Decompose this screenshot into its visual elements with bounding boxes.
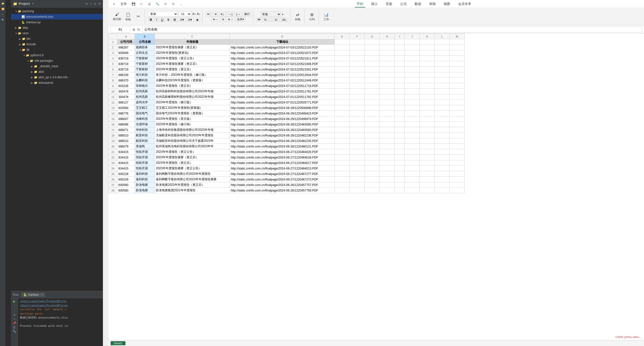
cell-B9[interactable]: 菲林格尔 <box>135 83 155 89</box>
cell-B19[interactable]: 航亚科技 <box>135 138 155 144</box>
cell-K4[interactable] <box>420 56 435 61</box>
cell-I8[interactable] <box>395 78 405 83</box>
cell-G19[interactable] <box>365 138 380 144</box>
cell-G23[interactable] <box>365 160 380 166</box>
cell-H15[interactable] <box>380 116 395 122</box>
cell-J22[interactable] <box>405 155 420 160</box>
cell-G28[interactable] <box>365 188 380 193</box>
cell-B5[interactable]: 宁新新材 <box>135 61 155 67</box>
cell-F2[interactable] <box>350 45 365 50</box>
cell-K7[interactable] <box>420 72 435 78</box>
cell-B17[interactable]: 华依科技 <box>135 127 155 133</box>
cell-B20[interactable]: 美迪凯 <box>135 144 155 149</box>
cell-J7[interactable] <box>405 72 420 78</box>
cell-A11[interactable]: 300478 <box>118 94 135 100</box>
cell-H17[interactable] <box>380 127 395 133</box>
cell-D27[interactable]: http://static.cninfo.com.cn/finalpage/20… <box>230 182 335 188</box>
cell-L19[interactable] <box>435 138 450 144</box>
cell-D12[interactable]: http://static.cninfo.com.cn/finalpage/20… <box>230 100 335 105</box>
cell-K11[interactable] <box>420 94 435 100</box>
cell-C26[interactable]: 返利网数字股份有限公司2023年年度报告摘要 <box>155 177 230 182</box>
cell-G15[interactable] <box>365 116 380 122</box>
cell-J2[interactable] <box>405 45 420 50</box>
cell-H8[interactable] <box>380 78 395 83</box>
cell-L16[interactable] <box>435 122 450 127</box>
cell-A3[interactable]: 605069 <box>118 50 135 56</box>
cell-B16[interactable]: 京源环保 <box>135 122 155 127</box>
cell-D13[interactable]: http://static.cninfo.com.cn/finalpage/20… <box>230 105 335 111</box>
cell-F27[interactable] <box>350 182 365 188</box>
cell-E21[interactable] <box>335 149 350 155</box>
wrap-text-btn[interactable]: 换行 <box>243 12 251 17</box>
cell-H7[interactable] <box>380 72 395 78</box>
cell-E10[interactable] <box>335 89 350 94</box>
cell-A23[interactable]: 834415 <box>118 160 135 166</box>
sheet-tab-1[interactable]: Sheet1 <box>110 341 126 345</box>
cell-D28[interactable]: http://static.cninfo.com.cn/finalpage/20… <box>230 188 335 193</box>
cell-D20[interactable]: http://static.cninfo.com.cn/finalpage/20… <box>230 144 335 149</box>
cell-L11[interactable] <box>435 94 450 100</box>
cell-L18[interactable] <box>435 133 450 138</box>
cell-J20[interactable] <box>405 144 420 149</box>
cell-I4[interactable] <box>395 56 405 61</box>
cell-M12[interactable] <box>450 100 465 105</box>
cell-A1[interactable]: 公司代码 <box>118 39 135 45</box>
cell-K8[interactable] <box>420 78 435 83</box>
cell-F14[interactable] <box>350 111 365 116</box>
cell-I14[interactable] <box>395 111 405 116</box>
cell-E8[interactable] <box>335 78 350 83</box>
cell-E9[interactable] <box>335 83 350 89</box>
cell-F11[interactable] <box>350 94 365 100</box>
cell-I12[interactable] <box>395 100 405 105</box>
cell-D5[interactable]: http://static.cninfo.com.cn/finalpage/20… <box>230 61 335 67</box>
cell-J25[interactable] <box>405 171 420 177</box>
dec-dec-btn[interactable]: .00↓ <box>280 18 288 22</box>
cell-I23[interactable] <box>395 160 405 166</box>
cell-L22[interactable] <box>435 155 450 160</box>
cell-F10[interactable] <box>350 89 365 94</box>
cell-H16[interactable] <box>380 122 395 127</box>
cell-B21[interactable]: 恒拓开源 <box>135 149 155 155</box>
cell-B15[interactable]: 光峰科技 <box>135 116 155 122</box>
cell-G8[interactable] <box>365 78 380 83</box>
cell-J16[interactable] <box>405 122 420 127</box>
cell-J10[interactable] <box>405 89 420 94</box>
cell-D18[interactable]: http://static.cninfo.com.cn/finalpage/20… <box>230 133 335 138</box>
cell-F15[interactable] <box>350 116 365 122</box>
cell-G26[interactable] <box>365 177 380 182</box>
rmb-btn[interactable]: ¥▾ <box>256 18 262 22</box>
cell-F22[interactable] <box>350 155 365 160</box>
cell-D23[interactable]: http://static.cninfo.com.cn/finalpage/20… <box>230 160 335 166</box>
cell-C7[interactable]: 有方科技：2023年年度报告（修订版） <box>155 72 230 78</box>
cell-C25[interactable]: 返利网数字股份有限公司2023年年度报告 <box>155 171 230 177</box>
bold-btn[interactable]: B <box>148 17 154 22</box>
cell-H9[interactable] <box>380 83 395 89</box>
cell-L17[interactable] <box>435 127 450 133</box>
cell-D2[interactable]: http://static.cninfo.com.cn/finalpage/20… <box>230 45 335 50</box>
tree-item-venv[interactable]: ▼ 📂 venv <box>11 31 103 36</box>
cell-G14[interactable] <box>365 111 380 116</box>
cell-H22[interactable] <box>380 155 395 160</box>
cell-M16[interactable] <box>450 122 465 127</box>
cell-H12[interactable] <box>380 100 395 105</box>
cell-H2[interactable] <box>380 45 395 50</box>
git-icon[interactable]: 🔀 <box>0 7 5 12</box>
run-play-button[interactable]: ▶ <box>13 299 16 303</box>
col-header-C[interactable]: C <box>155 34 230 39</box>
cell-H19[interactable] <box>380 138 395 144</box>
menu-tab-view[interactable]: 视图 <box>442 1 452 7</box>
cell-K22[interactable] <box>420 155 435 160</box>
cell-F9[interactable] <box>350 83 365 89</box>
cell-F21[interactable] <box>350 149 365 155</box>
cell-I5[interactable] <box>395 61 405 67</box>
cell-E17[interactable] <box>335 127 350 133</box>
tree-item-bin[interactable]: ▶ 📁 bin <box>11 36 103 42</box>
cell-I22[interactable] <box>395 155 405 160</box>
cell-E12[interactable] <box>335 100 350 105</box>
cell-F13[interactable] <box>350 105 365 111</box>
cell-I28[interactable] <box>395 188 405 193</box>
cell-L2[interactable] <box>435 45 450 50</box>
cell-D22[interactable]: http://static.cninfo.com.cn/finalpage/20… <box>230 155 335 160</box>
run-settings-icon[interactable]: ⚙ <box>13 313 16 316</box>
formula-input[interactable] <box>142 27 642 33</box>
